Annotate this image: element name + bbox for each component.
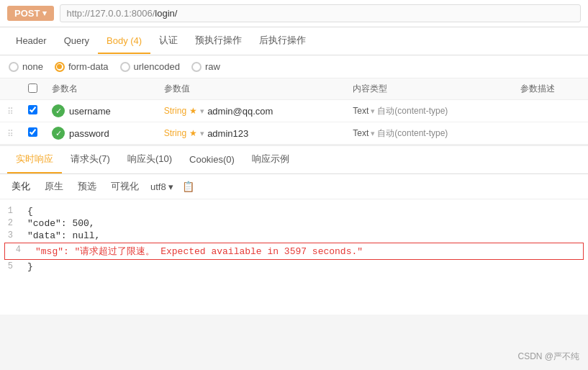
body-type-bar: none form-data urlencoded raw	[0, 55, 588, 78]
method-label: POST	[14, 8, 40, 19]
required-star: ★	[189, 128, 197, 138]
row-type-value: String ★ ▾ admin123	[157, 122, 346, 145]
content-type-dropdown-icon: ▾	[371, 129, 375, 138]
tab-pre-exec[interactable]: 预执行操作	[186, 27, 250, 55]
enabled-icon: ✓	[52, 127, 65, 140]
radio-formdata-circle	[55, 62, 65, 72]
radio-raw[interactable]: raw	[191, 61, 220, 72]
drag-handle[interactable]: ⠿	[0, 100, 21, 122]
row-name: ✓ username	[45, 100, 157, 122]
th-description: 参数描述	[513, 78, 588, 100]
type-dropdown-icon[interactable]: ▾	[200, 107, 204, 116]
preview-btn[interactable]: 预选	[75, 179, 99, 194]
radio-raw-circle	[191, 62, 202, 72]
line-content: "data": null,	[22, 230, 588, 241]
top-bar: POST ▾ http://127.0.0.1:8006/ login/	[0, 0, 588, 27]
tab-post-exec[interactable]: 后执行操作	[250, 27, 315, 55]
radio-urlencoded[interactable]: urlencoded	[120, 61, 180, 72]
line-content: }	[22, 261, 588, 272]
radio-urlencoded-label: urlencoded	[134, 61, 180, 72]
param-name: username	[69, 106, 111, 117]
auto-type: 自动(content-type)	[377, 127, 448, 140]
beautify-btn[interactable]: 美化	[9, 179, 33, 194]
response-line: 1 {	[0, 205, 588, 217]
type-label: String	[164, 106, 186, 116]
required-star: ★	[189, 106, 197, 116]
radio-none-circle	[9, 62, 19, 72]
method-badge[interactable]: POST ▾	[7, 6, 54, 21]
row-description[interactable]	[513, 122, 588, 145]
select-all-checkbox[interactable]	[28, 84, 37, 93]
row-check[interactable]	[21, 100, 45, 122]
radio-urlencoded-circle	[120, 62, 130, 72]
tab-auth[interactable]: 认证	[150, 27, 186, 55]
response-line: 4 "msg": "请求超过了限速。 Expected available in…	[4, 243, 584, 260]
row-checkbox[interactable]	[28, 127, 37, 137]
url-bar[interactable]: http://127.0.0.1:8006/ login/	[60, 4, 581, 22]
text-label: Text	[353, 106, 368, 116]
tab-realtime[interactable]: 实时响应	[7, 146, 62, 173]
visual-btn[interactable]: 可视化	[108, 179, 142, 194]
param-name: password	[69, 128, 109, 139]
th-param-name: 参数名	[45, 78, 157, 100]
encoding-label: utf8	[150, 181, 166, 192]
response-line: 5 }	[0, 261, 588, 273]
raw-btn[interactable]: 原生	[42, 179, 66, 194]
radio-formdata-label: form-data	[68, 61, 109, 72]
main-tabs: Header Query Body (4) 认证 预执行操作 后执行操作	[0, 27, 588, 55]
type-label: String	[164, 128, 186, 138]
radio-formdata[interactable]: form-data	[55, 61, 109, 72]
th-check	[21, 78, 45, 100]
text-type-select[interactable]: Text ▾ 自动(content-type)	[353, 105, 506, 117]
params-table: 参数名 参数值 内容类型 参数描述 ⠿ ✓ username String ★ …	[0, 78, 588, 145]
response-line: 3 "data": null,	[0, 230, 588, 242]
row-type-value: String ★ ▾ admin@qq.com	[157, 100, 346, 122]
table-row: ⠿ ✓ username String ★ ▾ admin@qq.com	[0, 100, 588, 122]
method-dropdown-icon[interactable]: ▾	[42, 9, 47, 18]
row-content-type: Text ▾ 自动(content-type)	[345, 100, 513, 122]
url-base: http://127.0.0.1:8006/	[66, 8, 155, 19]
radio-none[interactable]: none	[9, 61, 43, 72]
row-name: ✓ password	[45, 122, 157, 145]
tab-body[interactable]: Body (4)	[98, 29, 150, 54]
line-number: 2	[0, 218, 22, 228]
tab-header[interactable]: Header	[7, 29, 55, 54]
row-description[interactable]	[513, 100, 588, 122]
th-content-type: 内容类型	[345, 78, 513, 100]
line-number: 3	[0, 230, 22, 240]
tab-req-headers[interactable]: 请求头(7)	[62, 146, 119, 173]
encoding-select[interactable]: utf8 ▾	[150, 181, 173, 192]
row-checkbox[interactable]	[28, 105, 37, 114]
copy-icon[interactable]: 📋	[182, 181, 194, 192]
tab-res-headers[interactable]: 响应头(10)	[119, 146, 181, 173]
tab-res-example[interactable]: 响应示例	[243, 146, 298, 173]
line-number: 1	[0, 206, 22, 216]
response-area: 1 { 2 "code": 500, 3 "data": null, 4 "ms…	[0, 199, 588, 315]
type-dropdown-icon[interactable]: ▾	[200, 129, 204, 138]
line-number: 5	[0, 261, 22, 271]
tab-cookies[interactable]: Cookies(0)	[181, 148, 243, 173]
auto-type: 自动(content-type)	[377, 105, 448, 117]
response-header: 实时响应 请求头(7) 响应头(10) Cookies(0) 响应示例	[0, 145, 588, 174]
encoding-dropdown-icon: ▾	[168, 181, 173, 192]
drag-handle[interactable]: ⠿	[0, 122, 21, 145]
line-content: "msg": "请求超过了限速。 Expected available in 3…	[30, 245, 580, 258]
radio-raw-label: raw	[205, 61, 220, 72]
text-type-select[interactable]: Text ▾ 自动(content-type)	[353, 127, 506, 140]
line-number: 4	[8, 245, 30, 255]
text-label: Text	[353, 128, 368, 138]
th-param-value: 参数值	[157, 78, 346, 100]
response-tabs: 实时响应 请求头(7) 响应头(10) Cookies(0) 响应示例	[0, 146, 588, 173]
tab-query[interactable]: Query	[55, 29, 98, 54]
response-line: 2 "code": 500,	[0, 217, 588, 230]
row-check[interactable]	[21, 122, 45, 145]
url-path: login/	[155, 8, 177, 19]
radio-none-label: none	[22, 61, 43, 72]
param-value[interactable]: admin123	[207, 128, 248, 139]
param-value[interactable]: admin@qq.com	[207, 106, 273, 117]
line-content: "code": 500,	[22, 218, 588, 229]
row-content-type: Text ▾ 自动(content-type)	[345, 122, 513, 145]
line-content: {	[22, 206, 588, 217]
table-row: ⠿ ✓ password String ★ ▾ admin123	[0, 122, 588, 145]
enabled-icon: ✓	[52, 104, 65, 117]
